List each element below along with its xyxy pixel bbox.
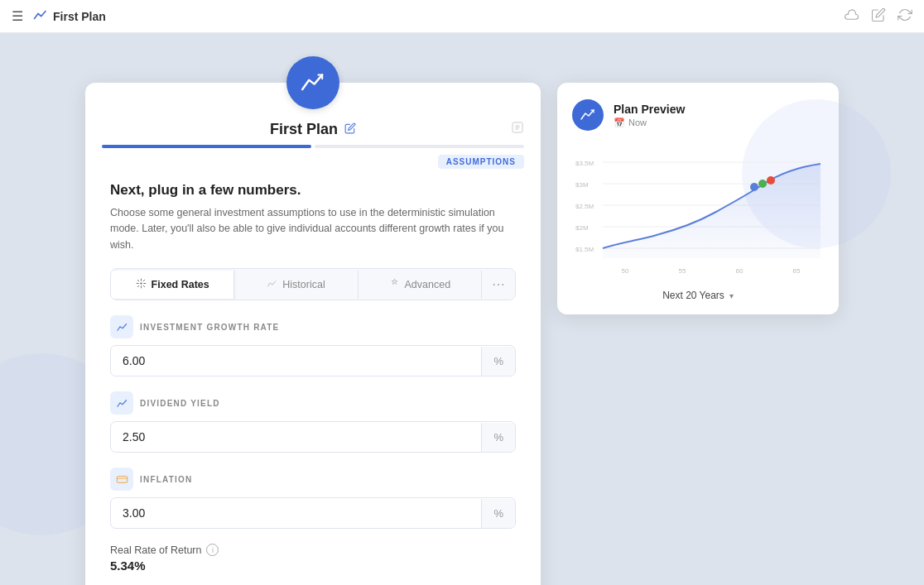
real-rate-info-icon[interactable]: i (206, 544, 219, 556)
edit-icon[interactable] (871, 7, 886, 26)
progress-seg-1 (102, 145, 311, 148)
tab-advanced-label: Advanced (405, 279, 451, 290)
preview-header-text: Plan Preview 📅 Now (614, 103, 685, 128)
svg-text:65: 65 (793, 267, 801, 275)
refresh-icon[interactable] (898, 7, 912, 26)
dividend-yield-section-header: DIVIDEND YIELD (110, 391, 516, 415)
dividend-yield-unit: % (481, 423, 515, 452)
svg-text:50: 50 (622, 267, 629, 275)
svg-text:55: 55 (679, 267, 686, 275)
investment-growth-icon (110, 315, 133, 338)
assumptions-badge-wrap: ASSUMPTIONS (85, 148, 541, 169)
page-body: First Plan ASSUMPTIONS Next, plug in a f… (0, 33, 924, 585)
chart-footer[interactable]: Next 20 Years ▾ (572, 290, 824, 301)
svg-text:$3M: $3M (575, 181, 589, 189)
menu-icon[interactable]: ☰ (12, 8, 23, 24)
tab-historical-label: Historical (282, 279, 325, 290)
dividend-yield-input-row: % (110, 421, 516, 453)
real-rate-section: Real Rate of Return i 5.34% (110, 544, 516, 573)
real-rate-label-row: Real Rate of Return i (110, 544, 516, 556)
inflation-input-row: % (110, 497, 516, 529)
card-title: First Plan (270, 121, 338, 138)
cloud-icon[interactable] (845, 7, 859, 26)
card-edit-icon[interactable] (344, 122, 356, 137)
investment-growth-unit: % (481, 347, 515, 376)
dividend-yield-icon (110, 391, 133, 415)
historical-icon (267, 278, 277, 291)
preview-subtitle-text: Now (628, 117, 647, 127)
preview-title: Plan Preview (614, 103, 685, 116)
investment-growth-section-header: INVESTMENT GROWTH RATE (110, 315, 516, 338)
main-card: First Plan ASSUMPTIONS Next, plug in a f… (85, 83, 541, 585)
plan-chart: $3.5M $3M $2.5M $2M $1.5M (572, 142, 824, 283)
fixed-rates-icon (136, 278, 147, 291)
top-nav: ☰ First Plan (0, 0, 924, 33)
real-rate-label-text: Real Rate of Return (110, 544, 201, 556)
preview-subtitle: 📅 Now (614, 117, 685, 128)
tab-fixed-rates[interactable]: Fixed Rates (111, 271, 234, 299)
tab-historical[interactable]: Historical (234, 271, 358, 299)
svg-text:$2.5M: $2.5M (575, 203, 594, 210)
real-rate-value: 5.34% (110, 559, 516, 573)
investment-growth-input-row: % (110, 345, 516, 376)
svg-point-15 (767, 176, 775, 185)
logo-icon (33, 7, 48, 25)
tab-fixed-rates-label: Fixed Rates (152, 279, 209, 290)
svg-text:$2M: $2M (575, 224, 589, 232)
card-content: Next, plug in a few numbers. Choose some… (85, 169, 541, 585)
chart-footer-label: Next 20 Years (662, 290, 724, 301)
progress-seg-2 (315, 145, 524, 148)
calendar-icon: 📅 (614, 117, 625, 128)
svg-point-13 (750, 183, 758, 191)
svg-point-1 (140, 282, 142, 284)
inflation-icon (110, 468, 133, 491)
inflation-input[interactable] (111, 498, 481, 528)
card-heading: Next, plug in a few numbers. (110, 182, 516, 199)
dividend-yield-label: DIVIDEND YIELD (140, 399, 220, 408)
tab-advanced[interactable]: Advanced (359, 271, 482, 299)
svg-text:$1.5M: $1.5M (575, 246, 594, 253)
app-title: First Plan (53, 10, 106, 23)
topnav-right (845, 7, 912, 26)
dividend-yield-input[interactable] (111, 422, 481, 452)
tab-more[interactable]: ⋯ (482, 269, 515, 300)
svg-rect-2 (117, 476, 128, 482)
inflation-label: INFLATION (140, 475, 192, 484)
assumptions-badge: ASSUMPTIONS (438, 155, 524, 169)
card-export-icon[interactable] (511, 121, 524, 137)
avatar-circle (286, 56, 339, 109)
advanced-icon (389, 278, 400, 291)
tabs: Fixed Rates Historical Advanced ⋯ (110, 268, 516, 300)
inflation-unit: % (481, 499, 515, 528)
investment-growth-input[interactable] (111, 346, 481, 376)
svg-point-14 (758, 180, 767, 188)
chart-footer-chevron: ▾ (729, 291, 734, 300)
card-desc: Choose some general investment assumptio… (110, 205, 516, 253)
preview-avatar (572, 99, 604, 131)
svg-text:$3.5M: $3.5M (575, 160, 594, 167)
chart-area: $3.5M $3M $2.5M $2M $1.5M (572, 142, 824, 283)
investment-growth-label: INVESTMENT GROWTH RATE (140, 323, 279, 332)
inflation-section-header: INFLATION (110, 468, 516, 491)
svg-text:60: 60 (736, 267, 744, 275)
